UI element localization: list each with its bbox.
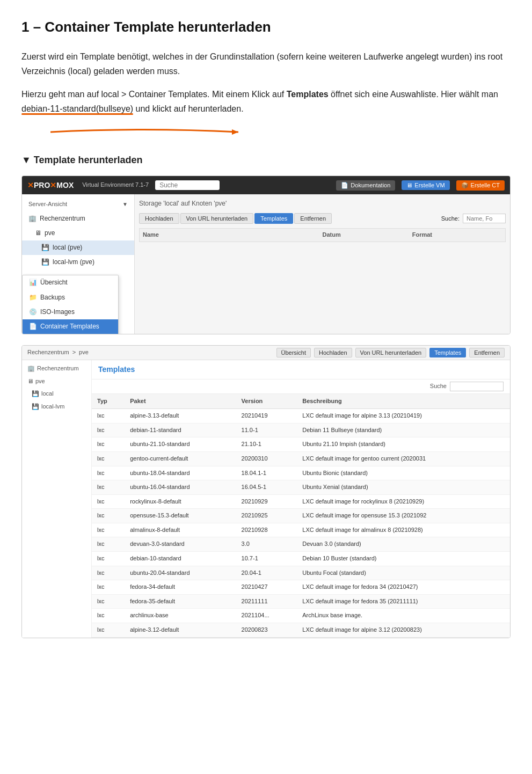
cell-beschreibung: LXC default image for fedora 34 (2021042… <box>297 580 510 595</box>
cell-paket: almalinux-8-default <box>125 523 236 537</box>
storage-icon: 💾 <box>32 389 39 399</box>
tab-entfernen[interactable]: Entfernen <box>294 213 332 224</box>
cell-beschreibung: LXC default image for almalinux 8 (20210… <box>297 523 510 537</box>
menu-iso-images[interactable]: 💿 ISO-Images <box>23 305 118 319</box>
table-header-row: Typ Paket Version Beschreibung <box>92 394 510 409</box>
orange-arrow-annotation <box>45 125 249 140</box>
table-row[interactable]: lxc ubuntu-20.04-standard 20.04-1 Ubuntu… <box>92 566 510 580</box>
doku-icon: 📄 <box>341 182 348 189</box>
sidebar-local[interactable]: 💾 local (pve) <box>22 240 134 255</box>
storage-lvm-icon: 💾 <box>32 402 39 412</box>
cell-version: 2021104... <box>236 609 297 623</box>
container-icon: 📄 <box>29 322 37 332</box>
table-row[interactable]: lxc alpine-3.12-default 20200823 LXC def… <box>92 623 510 638</box>
cell-beschreibung: ArchLinux base image. <box>297 609 510 623</box>
templates-search-input[interactable] <box>450 382 504 391</box>
col-paket-header: Paket <box>125 394 236 409</box>
cell-paket: ubuntu-21.10-standard <box>125 437 236 452</box>
cell-beschreibung: Ubuntu Bionic (standard) <box>297 466 510 480</box>
tab-von-url[interactable]: Von URL herunterladen <box>180 213 254 224</box>
nav-pve: pve <box>79 348 89 357</box>
table-row[interactable]: lxc alpine-3.13-default 20210419 LXC def… <box>92 409 510 423</box>
iso-icon: 💿 <box>29 307 37 317</box>
cell-version: 21.10-1 <box>236 437 297 452</box>
sidebar-rechenzentrum[interactable]: 🏢 Rechenzentrum <box>22 211 134 226</box>
cell-beschreibung: Debian 10 Buster (standard) <box>297 552 510 566</box>
cell-version: 20211111 <box>236 594 297 609</box>
table-row[interactable]: lxc ubuntu-21.10-standard 21.10-1 Ubuntu… <box>92 437 510 452</box>
doku-button[interactable]: 📄 Dokumentation <box>336 180 395 191</box>
intro2-post: und klickt auf herunterladen. <box>133 104 243 113</box>
sidebar-pve[interactable]: 🖥 pve <box>22 226 134 240</box>
content-title: Storage 'local' auf Knoten 'pve' <box>139 199 506 209</box>
table-row[interactable]: lxc devuan-3.0-standard 3.0 Devuan 3.0 (… <box>92 537 510 552</box>
cell-paket: opensuse-15.3-default <box>125 509 236 523</box>
bottom-tab-entfernen[interactable]: Entfernen <box>469 348 505 357</box>
cell-beschreibung: LXC default image for opensuse 15.3 (202… <box>297 509 510 523</box>
local-lvm-icon: 💾 <box>41 257 49 267</box>
rechenzentrum2-icon: 🏢 <box>27 364 35 374</box>
proxmox-body: Server-Ansicht ▼ 🏢 Rechenzentrum 🖥 pve 💾… <box>22 194 510 334</box>
context-menu: 📊 Übersicht 📁 Backups 💿 ISO-Images 📄 Con… <box>22 275 119 334</box>
cell-paket: alpine-3.13-default <box>125 409 236 423</box>
backups-icon: 📁 <box>29 293 37 303</box>
intro2-underline: debian-11-standard(bullseye) <box>21 104 133 113</box>
bottom-tab-hochladen[interactable]: Hochladen <box>314 348 352 357</box>
cell-version: 20210419 <box>236 409 297 423</box>
svg-marker-0 <box>232 129 238 135</box>
table-row[interactable]: lxc fedora-34-default 20210427 LXC defau… <box>92 580 510 595</box>
menu-backups[interactable]: 📁 Backups <box>23 290 118 305</box>
cell-paket: ubuntu-20.04-standard <box>125 566 236 580</box>
bottom-nav-pve: 🖥 pve <box>22 375 91 388</box>
bottom-tab-templates[interactable]: Templates <box>429 348 466 357</box>
erstelle-vm-button[interactable]: 🖥 Erstelle VM <box>402 180 449 190</box>
bottom-tab-ubersicht[interactable]: Übersicht <box>276 348 311 357</box>
tab-templates[interactable]: Templates <box>254 213 293 224</box>
cell-beschreibung: Debian 11 Bullseye (standard) <box>297 423 510 437</box>
erstelle-ct-button[interactable]: 📦 Erstelle CT <box>456 180 505 191</box>
cell-typ: lxc <box>92 480 125 495</box>
cell-version: 20210427 <box>236 580 297 595</box>
table-row[interactable]: lxc gentoo-current-default 20200310 LXC … <box>92 451 510 466</box>
table-row[interactable]: lxc archlinux-base 2021104... ArchLinux … <box>92 609 510 623</box>
table-search-input[interactable] <box>463 214 506 223</box>
tab-hochladen[interactable]: Hochladen <box>139 213 179 224</box>
cell-beschreibung: LXC default image for rockylinux 8 (2021… <box>297 494 510 509</box>
table-row[interactable]: lxc opensuse-15.3-default 20210925 LXC d… <box>92 509 510 523</box>
local-icon: 💾 <box>41 243 49 253</box>
sidebar-local-lvm[interactable]: 💾 local-lvm (pve) <box>22 255 134 269</box>
search-inline: Suche: <box>441 214 506 223</box>
cell-typ: lxc <box>92 623 125 638</box>
search-label: Suche <box>430 382 447 391</box>
table-row[interactable]: lxc fedora-35-default 20211111 LXC defau… <box>92 594 510 609</box>
cell-version: 20210929 <box>236 494 297 509</box>
action-tabs: Hochladen Von URL herunterladen Template… <box>139 213 506 224</box>
search-input-top[interactable] <box>155 180 220 190</box>
table-row[interactable]: lxc almalinux-8-default 20210928 LXC def… <box>92 523 510 537</box>
cell-typ: lxc <box>92 566 125 580</box>
bottom-tab-von-url[interactable]: Von URL herunterladen <box>355 348 427 357</box>
table-row[interactable]: lxc ubuntu-18.04-standard 18.04.1-1 Ubun… <box>92 466 510 480</box>
bottom-sidebar: 🏢 Rechenzentrum 🖥 pve 💾 local 💾 local-lv… <box>22 360 92 637</box>
bottom-body: 🏢 Rechenzentrum 🖥 pve 💾 local 💾 local-lv… <box>22 360 510 637</box>
menu-container-templates[interactable]: 📄 Container Templates <box>23 319 118 334</box>
cell-paket: ubuntu-16.04-standard <box>125 480 236 495</box>
cell-paket: fedora-35-default <box>125 594 236 609</box>
col-name-header: Name <box>143 230 323 240</box>
ct-icon: 📦 <box>461 182 469 189</box>
menu-rechte[interactable]: 🔒 Rechte <box>23 334 118 334</box>
cell-beschreibung: LXC default image for fedora 35 (2021111… <box>297 594 510 609</box>
menu-ubersicht[interactable]: 📊 Übersicht <box>23 275 118 290</box>
table-row[interactable]: lxc ubuntu-16.04-standard 16.04.5-1 Ubun… <box>92 480 510 495</box>
cell-paket: fedora-34-default <box>125 580 236 595</box>
table-row[interactable]: lxc rockylinux-8-default 20210929 LXC de… <box>92 494 510 509</box>
intro-paragraph-1: Zuerst wird ein Template benötigt, welch… <box>21 49 511 78</box>
cell-beschreibung: Devuan 3.0 (standard) <box>297 537 510 552</box>
logo-x2: ✕ <box>50 179 56 191</box>
cell-typ: lxc <box>92 609 125 623</box>
table-row[interactable]: lxc debian-10-standard 10.7-1 Debian 10 … <box>92 552 510 566</box>
cell-version: 20200823 <box>236 623 297 638</box>
cell-typ: lxc <box>92 451 125 466</box>
table-row[interactable]: lxc debian-11-standard 11.0-1 Debian 11 … <box>92 423 510 437</box>
cell-version: 20.04-1 <box>236 566 297 580</box>
